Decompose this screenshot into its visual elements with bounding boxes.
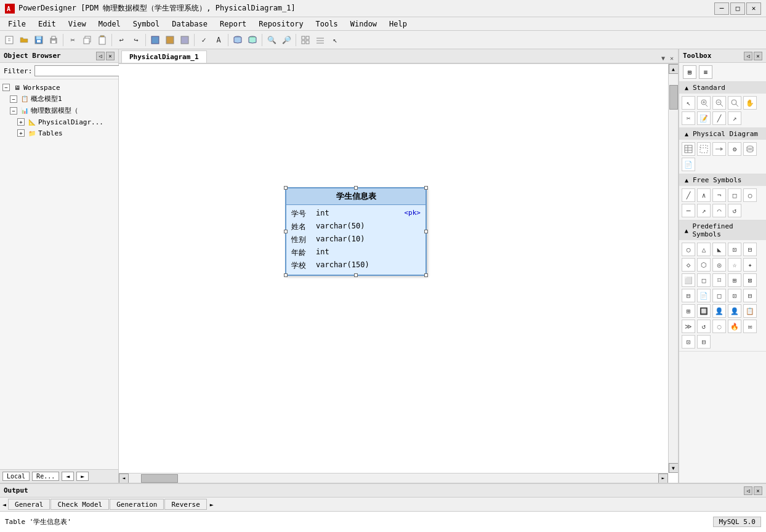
- toolbar-undo[interactable]: ↩: [115, 33, 128, 47]
- handle-tm[interactable]: [354, 186, 358, 190]
- tables-expand[interactable]: +: [17, 129, 25, 137]
- tool-line[interactable]: ╱: [712, 111, 726, 125]
- next-tab[interactable]: ►: [76, 472, 89, 481]
- pre-sym-1[interactable]: ○: [682, 243, 695, 256]
- toolbar-b1[interactable]: [148, 33, 162, 47]
- re-tab[interactable]: Re...: [32, 472, 59, 481]
- vertical-scrollbar[interactable]: ▲ ▼: [668, 64, 678, 473]
- tool-table[interactable]: [682, 142, 695, 156]
- toolbar-b3[interactable]: [178, 33, 191, 47]
- pre-sym-9[interactable]: ☆: [728, 258, 741, 272]
- pre-sym-17[interactable]: 📄: [697, 289, 711, 302]
- pre-sym-27[interactable]: ↺: [697, 320, 711, 333]
- physical-expand[interactable]: −: [10, 107, 17, 115]
- prev-tab[interactable]: ◄: [62, 472, 74, 481]
- toolbar-pointer[interactable]: ↖: [328, 33, 342, 47]
- output-tab-reverse[interactable]: Reverse: [164, 499, 206, 510]
- filter-input[interactable]: [34, 65, 123, 76]
- toolbar-redo[interactable]: ↪: [129, 33, 143, 47]
- physical-diagram-section-header[interactable]: ▲ Physical Diagram: [679, 128, 766, 140]
- toolbar-zoomout[interactable]: 🔎: [280, 33, 293, 47]
- tool-zoom-in[interactable]: [712, 96, 726, 110]
- diagram-close-btn[interactable]: ✕: [668, 55, 675, 62]
- predefined-section-header[interactable]: ▲ Predefined Symbols: [679, 220, 766, 240]
- pre-sym-8[interactable]: ◎: [712, 258, 726, 272]
- toolbar-cut[interactable]: ✂: [66, 33, 79, 47]
- pre-sym-7[interactable]: ⬡: [697, 258, 711, 272]
- maximize-button[interactable]: □: [730, 2, 745, 15]
- minimize-button[interactable]: ─: [714, 2, 729, 15]
- tree-item-workspace[interactable]: − 🖥 Workspace: [0, 82, 118, 93]
- pre-sym-6[interactable]: ◇: [682, 258, 695, 272]
- diagram-collapse-btn[interactable]: ▼: [659, 55, 667, 62]
- pre-sym-20[interactable]: ⊟: [743, 289, 757, 302]
- handle-bm[interactable]: [354, 273, 358, 277]
- toolbar-db1[interactable]: [231, 33, 244, 47]
- toolbox-grid-view-btn[interactable]: ⊞: [683, 65, 696, 79]
- panel-pin-button[interactable]: ◁: [96, 52, 105, 60]
- handle-tl[interactable]: [284, 186, 288, 190]
- pre-sym-5[interactable]: ⊟: [743, 243, 757, 256]
- pre-sym-24[interactable]: 👤: [728, 304, 741, 318]
- free-sym-1[interactable]: ╱: [682, 188, 695, 202]
- tool-hand[interactable]: ✋: [743, 96, 757, 110]
- output-close-btn[interactable]: ✕: [754, 486, 762, 495]
- pre-sym-2[interactable]: △: [697, 243, 711, 256]
- standard-section-header[interactable]: ▲ Standard: [679, 82, 766, 94]
- scroll-left-arrow[interactable]: ◄: [119, 474, 129, 483]
- menu-repository[interactable]: Repository: [253, 18, 308, 30]
- pre-sym-28[interactable]: ◌: [712, 320, 726, 333]
- toolbox-close-btn[interactable]: ✕: [754, 52, 762, 60]
- free-sym-8[interactable]: ⌒: [712, 204, 726, 217]
- scroll-down-arrow[interactable]: ▼: [669, 463, 679, 473]
- horizontal-scrollbar[interactable]: ◄ ►: [119, 473, 668, 483]
- toolbar-layout[interactable]: [313, 33, 327, 47]
- pre-sym-19[interactable]: ⊡: [728, 289, 741, 302]
- output-tab-generation[interactable]: Generation: [110, 499, 164, 510]
- diagram-expand[interactable]: +: [17, 118, 25, 126]
- pre-sym-10[interactable]: ✦: [743, 258, 757, 272]
- free-sym-2[interactable]: ∧: [697, 188, 711, 202]
- menu-file[interactable]: File: [2, 18, 31, 30]
- menu-tools[interactable]: Tools: [310, 18, 344, 30]
- tool-note[interactable]: 📝: [697, 111, 711, 125]
- toolbox-list-view-btn[interactable]: ≡: [699, 65, 712, 79]
- handle-bl[interactable]: [284, 273, 288, 277]
- tool-db-obj[interactable]: [743, 142, 757, 156]
- menu-window[interactable]: Window: [345, 18, 382, 30]
- tree-item-physical-diagram[interactable]: + 📐 PhysicalDiagr...: [15, 116, 118, 127]
- toolbar-paste[interactable]: [95, 33, 109, 47]
- diagram-canvas[interactable]: 学生信息表 学号 int <pk> 姓名 varchar(50) 性别 varc…: [119, 64, 678, 483]
- diagram-tab-physical[interactable]: PhysicalDiagram_1: [121, 50, 207, 63]
- toolbar-open[interactable]: [17, 33, 31, 47]
- scroll-up-arrow[interactable]: ▲: [669, 64, 679, 74]
- pre-sym-13[interactable]: ⌑: [712, 273, 726, 287]
- menu-database[interactable]: Database: [166, 18, 213, 30]
- toolbar-grid[interactable]: [299, 33, 312, 47]
- pre-sym-23[interactable]: 👤: [712, 304, 726, 318]
- toolbar-print[interactable]: [47, 33, 60, 47]
- pre-sym-25[interactable]: 📋: [743, 304, 757, 318]
- toolbar-generate[interactable]: A: [212, 33, 225, 47]
- pre-sym-15[interactable]: ⊠: [743, 273, 757, 287]
- toolbar-b2[interactable]: [163, 33, 177, 47]
- tree-item-physical-model[interactable]: − 📊 物理数据模型（: [7, 105, 118, 116]
- menu-view[interactable]: View: [63, 18, 92, 30]
- scroll-right-arrow[interactable]: ►: [658, 474, 668, 483]
- free-sym-3[interactable]: ¬: [712, 188, 726, 202]
- pre-sym-16[interactable]: ⊟: [682, 289, 695, 302]
- pre-sym-4[interactable]: ⊡: [728, 243, 741, 256]
- tool-zoom-out[interactable]: [728, 96, 741, 110]
- handle-ml[interactable]: [284, 230, 288, 233]
- pre-sym-26[interactable]: ≫: [682, 320, 695, 333]
- menu-symbol[interactable]: Symbol: [127, 18, 165, 30]
- pre-sym-21[interactable]: ⊞: [682, 304, 695, 318]
- free-sym-9[interactable]: ↺: [728, 204, 741, 217]
- tree-item-concept-model[interactable]: − 📋 概念模型1: [7, 93, 118, 105]
- toolbar-check[interactable]: ✓: [197, 33, 211, 47]
- close-button[interactable]: ✕: [746, 2, 761, 15]
- free-sym-7[interactable]: ↗: [697, 204, 711, 217]
- free-sym-5[interactable]: ○: [743, 188, 757, 202]
- scroll-thumb-v[interactable]: [669, 85, 678, 110]
- concept-expand[interactable]: −: [10, 95, 17, 103]
